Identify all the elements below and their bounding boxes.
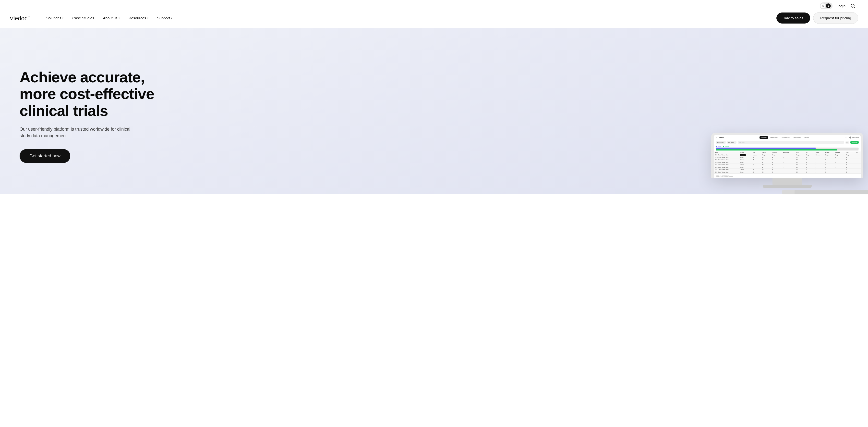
col-current2: Current bbox=[825, 151, 834, 154]
theme-toggle[interactable]: ☀ ● bbox=[820, 2, 833, 9]
col-total: Total bbox=[752, 151, 761, 154]
dash-tabs: Dashboard Demographics Adverse Events Da… bbox=[726, 136, 843, 139]
hero-visual: ☰ viedoc Dashboard Demographics Adverse … bbox=[162, 37, 858, 194]
dash-user: Maja Olsson bbox=[849, 137, 859, 139]
table-row: 2021 - Global Womac StudyGermany2210–123… bbox=[714, 161, 861, 164]
dash-tab-dashboard[interactable]: Dashboard bbox=[760, 136, 768, 139]
navbar: viedoc ™ Solutions ▾ Case Studies About … bbox=[0, 9, 868, 28]
logo[interactable]: viedoc ™ bbox=[10, 14, 30, 22]
search-icon bbox=[850, 3, 855, 8]
dash-tab-reports[interactable]: Reports bbox=[803, 136, 810, 139]
chevron-down-icon: ▾ bbox=[119, 17, 120, 19]
bar-fill-green bbox=[716, 149, 837, 150]
dash-toolbar: Recruitment ↓ by Country ↓ 🔍 Search .xls… bbox=[714, 140, 861, 145]
nav-item-case-studies[interactable]: Case Studies bbox=[68, 14, 98, 22]
table-row: 2021 - Global Womac StudyGermany141420–1… bbox=[714, 169, 861, 171]
monitor: ☰ viedoc Dashboard Demographics Adverse … bbox=[711, 133, 863, 178]
dash-tab-adverse-events[interactable]: Adverse Events bbox=[780, 136, 791, 139]
login-link[interactable]: Login bbox=[836, 4, 845, 8]
bar-track-green bbox=[716, 149, 859, 150]
dark-mode-icon: ● bbox=[826, 3, 831, 8]
dash-bar-area: Current Expected bbox=[714, 145, 861, 151]
monitor-stand bbox=[773, 178, 802, 185]
request-pricing-button[interactable]: Request for pricing bbox=[813, 12, 858, 24]
dash-footer: Showing 1 to 15 of 149 entries Note: DLS… bbox=[714, 174, 861, 178]
col-sfr: SFR % bbox=[815, 151, 824, 154]
bar-track-blue bbox=[716, 148, 859, 149]
dash-logo: viedoc bbox=[719, 137, 724, 139]
col-dls: DLS bbox=[796, 151, 805, 154]
col-due: DUE bbox=[845, 151, 855, 154]
dash-tab-demographics[interactable]: Demographics bbox=[769, 136, 779, 139]
table-row: 2021 - Global Womac StudyGermany303065–1… bbox=[714, 171, 861, 174]
chevron-down-icon: ▾ bbox=[171, 17, 172, 19]
col-study: Study bbox=[714, 151, 739, 154]
nav-item-support[interactable]: Support ▾ bbox=[153, 14, 177, 22]
nav-item-solutions[interactable]: Solutions ▾ bbox=[42, 14, 68, 22]
dash-table: Study Country Total Current Expected Max… bbox=[714, 151, 861, 174]
get-started-button[interactable]: Get started now bbox=[20, 149, 70, 163]
country-filter[interactable]: by Country ↓ bbox=[727, 141, 737, 144]
monitor-screen: ☰ viedoc Dashboard Demographics Adverse … bbox=[714, 135, 861, 178]
dash-tab-data-browser[interactable]: Data Browser bbox=[792, 136, 802, 139]
hero-subtitle: Our user-friendly platform is trusted wo… bbox=[20, 126, 132, 139]
dashboard-mockup: ☰ viedoc Dashboard Demographics Adverse … bbox=[714, 135, 861, 178]
nav-item-resources[interactable]: Resources ▾ bbox=[124, 14, 153, 22]
col-expected2: Expected bbox=[834, 151, 845, 154]
dash-search[interactable]: 🔍 Search bbox=[738, 141, 844, 144]
col-max: Max allowed bbox=[782, 151, 795, 154]
talk-to-sales-button[interactable]: Talk to sales bbox=[776, 12, 810, 24]
svg-line-1 bbox=[854, 7, 855, 8]
col-sf: SF bbox=[805, 151, 815, 154]
col-expected: Expected bbox=[771, 151, 782, 154]
monitor-container: ☰ viedoc Dashboard Demographics Adverse … bbox=[711, 133, 863, 194]
bar-fill-blue bbox=[716, 148, 816, 149]
chevron-down-icon: ▾ bbox=[147, 17, 148, 19]
search-button[interactable] bbox=[849, 2, 856, 9]
nav-links: Solutions ▾ Case Studies About us ▾ Reso… bbox=[42, 14, 776, 22]
selected-badge: 0 Selected bbox=[740, 154, 746, 156]
recruitment-filter[interactable]: Recruitment ↓ bbox=[716, 141, 726, 144]
nav-buttons: Talk to sales Request for pricing bbox=[776, 12, 858, 24]
dash-table-wrap: Study Country Total Current Expected Max… bbox=[714, 151, 861, 174]
col-country: Country bbox=[739, 151, 751, 154]
light-mode-icon: ☀ bbox=[820, 3, 826, 8]
xlsx-label: .xlsx bbox=[845, 141, 849, 144]
logo-tm: ™ bbox=[28, 15, 30, 18]
table-row: 2021 - Global Womac StudyGermany131330–1… bbox=[714, 164, 861, 166]
top-bar: ☀ ● Login bbox=[0, 0, 868, 9]
logo-text: viedoc bbox=[10, 14, 27, 22]
dash-nav: ☰ viedoc Dashboard Demographics Adverse … bbox=[714, 135, 861, 140]
table-row: 2021 - Global Womac StudyGermany115–1233… bbox=[714, 166, 861, 169]
keyboard-area bbox=[711, 189, 863, 194]
col-em: EM bbox=[855, 151, 861, 154]
table-row: 2021 - Global Womac StudyGermany222240–1… bbox=[714, 156, 861, 159]
hero-title: Achieve accurate, more cost-effective cl… bbox=[20, 69, 162, 119]
table-row: 2021 - Global Womac StudyGermany414152–1… bbox=[714, 159, 861, 161]
download-button[interactable]: Download bbox=[850, 141, 859, 144]
hero-section: Achieve accurate, more cost-effective cl… bbox=[0, 28, 868, 194]
col-current: Current bbox=[761, 151, 771, 154]
chevron-down-icon: ▾ bbox=[62, 17, 63, 19]
hero-content: Achieve accurate, more cost-effective cl… bbox=[20, 69, 162, 163]
table-row-header: 2021 - Global Womac Study 0 Selected Ran… bbox=[714, 154, 861, 156]
keyboard-secondary bbox=[795, 190, 868, 194]
monitor-base bbox=[763, 185, 812, 188]
nav-item-about-us[interactable]: About us ▾ bbox=[99, 14, 124, 22]
